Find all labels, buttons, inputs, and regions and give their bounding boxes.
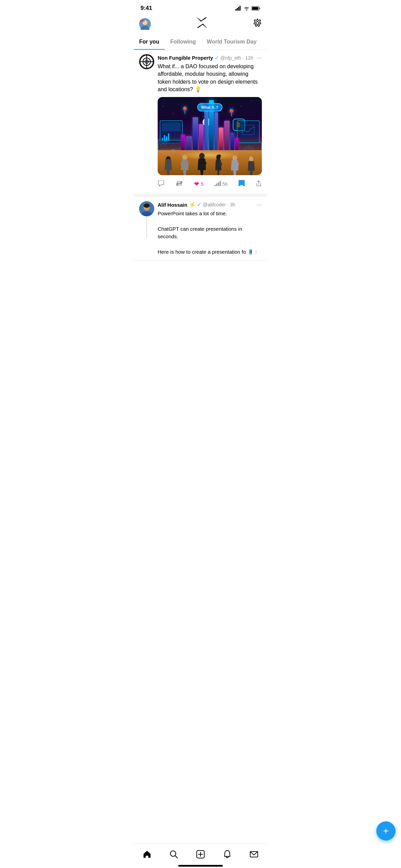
- bookmark-button[interactable]: [239, 180, 245, 189]
- table-row: Alif Hossain ⚡ ✓ @alifcoder · 3h ··· Pow…: [134, 197, 267, 261]
- person-silhouette: [165, 156, 172, 175]
- tweet-avatar-container: [139, 54, 154, 190]
- app-header: 100: [134, 14, 267, 34]
- svg-rect-42: [218, 182, 219, 186]
- tweet-header: Non Fungible Property ✓ @nfp_eth · 12h ·…: [158, 54, 262, 61]
- svg-rect-3: [240, 6, 241, 11]
- building: [204, 110, 208, 152]
- tab-for-you[interactable]: For you: [134, 34, 165, 50]
- building: [224, 121, 230, 152]
- person-silhouette: [181, 155, 189, 175]
- verified-badge: ✓: [215, 55, 219, 61]
- retweet-button[interactable]: [175, 180, 183, 188]
- svg-line-31: [181, 161, 181, 165]
- city-image: What if..? 📍 📍 📍 📍 ₿ 🏛: [158, 97, 262, 175]
- more-options-button[interactable]: ···: [257, 201, 262, 208]
- ground-floor: [158, 150, 262, 175]
- building: [199, 124, 204, 152]
- views-button[interactable]: 56: [215, 181, 228, 188]
- lightning-emoji: ⚡: [189, 202, 196, 208]
- svg-rect-2: [238, 7, 239, 11]
- verified-badge: ✓: [197, 202, 202, 208]
- svg-rect-43: [220, 181, 221, 186]
- views-icon: [215, 181, 221, 188]
- table-row: Non Fungible Property ✓ @nfp_eth · 12h ·…: [134, 50, 267, 194]
- what-if-label: What if..?: [197, 103, 222, 111]
- tab-new[interactable]: New A: [262, 34, 267, 50]
- person-silhouette: [231, 155, 239, 175]
- building: [193, 117, 198, 152]
- avatar[interactable]: [139, 54, 154, 69]
- share-button[interactable]: [256, 180, 262, 188]
- avatar[interactable]: [139, 201, 154, 216]
- svg-text:100: 100: [140, 19, 145, 22]
- svg-point-9: [256, 22, 259, 24]
- battery-icon: [252, 6, 260, 11]
- settings-icon[interactable]: [253, 19, 262, 29]
- tweet-line-2: ChatGPT can create presentations in seco…: [158, 225, 262, 241]
- more-options-button[interactable]: ···: [257, 54, 262, 61]
- svg-rect-0: [235, 9, 236, 11]
- svg-rect-5: [252, 7, 258, 10]
- tweet-handle: @nfp_eth: [220, 55, 241, 61]
- svg-rect-41: [216, 183, 217, 186]
- tweet-text: PowerPoint takes a lot of time. ChatGPT …: [158, 210, 262, 256]
- retweet-icon: [175, 180, 183, 188]
- tweet-author-name: Non Fungible Property: [158, 55, 213, 61]
- app-logo: [196, 16, 208, 31]
- building: [235, 138, 239, 152]
- tab-world-tourism[interactable]: World Tourism Day: [201, 34, 262, 50]
- tweet-actions: ❤ 5 56: [158, 179, 262, 190]
- person-silhouette: [197, 153, 206, 175]
- tweet-content: Alif Hossain ⚡ ✓ @alifcoder · 3h ··· Pow…: [158, 201, 262, 256]
- thread-line: [146, 218, 147, 238]
- tweet-header: Alif Hossain ⚡ ✓ @alifcoder · 3h ···: [158, 201, 262, 208]
- svg-line-38: [238, 162, 239, 165]
- tweet-line-3: Here is how to create a presentation fo …: [158, 248, 262, 256]
- svg-rect-40: [215, 185, 216, 186]
- tweet-feed: Non Fungible Property ✓ @nfp_eth · 12h ·…: [134, 50, 267, 261]
- status-bar: 9:41: [134, 0, 267, 14]
- person-silhouette: [215, 155, 222, 175]
- feed-tabs: For you Following World Tourism Day New …: [134, 34, 267, 50]
- svg-point-37: [232, 155, 237, 161]
- views-count: 56: [222, 181, 228, 187]
- feed-divider: [134, 194, 267, 197]
- svg-point-30: [182, 155, 187, 160]
- building: [181, 134, 185, 152]
- status-time: 9:41: [141, 5, 152, 12]
- share-icon: [256, 180, 262, 188]
- svg-point-46: [144, 204, 150, 208]
- like-button[interactable]: ❤ 5: [194, 180, 204, 188]
- reply-icon: [158, 180, 165, 188]
- heart-icon: ❤: [194, 180, 199, 188]
- tab-following[interactable]: Following: [165, 34, 202, 50]
- status-icons: [235, 6, 260, 11]
- building: [215, 112, 218, 152]
- tweet-time: 3h: [230, 202, 235, 207]
- tweet-time: 12h: [245, 55, 253, 61]
- tweet-text: What if... a DAO focused on developing a…: [158, 63, 262, 94]
- svg-point-39: [249, 156, 253, 162]
- wifi-icon: [244, 6, 250, 11]
- user-avatar[interactable]: 100: [139, 18, 151, 30]
- tweet-handle: @alifcoder: [203, 202, 226, 207]
- like-count: 5: [201, 181, 204, 187]
- person-silhouette: [247, 156, 255, 175]
- tweet-separator: ·: [243, 55, 244, 61]
- svg-line-36: [221, 161, 222, 165]
- tweet-image[interactable]: What if..? 📍 📍 📍 📍 ₿ 🏛: [158, 97, 262, 175]
- building: [219, 128, 223, 152]
- people-row: [158, 153, 262, 175]
- svg-line-32: [188, 162, 189, 165]
- signal-icon: [235, 6, 242, 11]
- svg-rect-1: [237, 8, 238, 11]
- tweet-line-1: PowerPoint takes a lot of time.: [158, 210, 262, 218]
- svg-line-34: [206, 160, 206, 164]
- svg-point-33: [199, 153, 205, 159]
- building: [186, 136, 192, 152]
- tweet-content: Non Fungible Property ✓ @nfp_eth · 12h ·…: [158, 54, 262, 190]
- reply-button[interactable]: [158, 180, 165, 188]
- tweet-separator: ·: [227, 202, 229, 207]
- tweet-author-name: Alif Hossain: [158, 202, 187, 208]
